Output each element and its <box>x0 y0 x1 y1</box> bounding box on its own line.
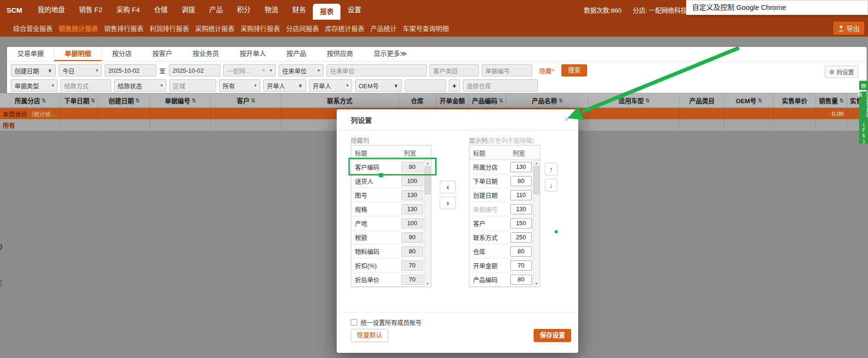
scroll-down-icon[interactable]: ▼ <box>535 281 538 287</box>
apply-all-members-checkbox[interactable]: 统一设置所有成员账号 <box>351 318 422 327</box>
filter-input-结款方式[interactable]: 结款方式 <box>60 79 111 91</box>
column-width-input[interactable]: 150 <box>510 218 532 229</box>
column-settings-button[interactable]: ⚙ 列设置 <box>825 66 858 78</box>
sub-tab-8[interactable]: 显示更多≫ <box>363 47 417 61</box>
scrollbar[interactable]: ▲ ▼ <box>424 160 431 287</box>
filter-input-选择仓库[interactable]: 选择仓库 <box>463 79 538 91</box>
column-header-9[interactable]: 产品名称⇅ <box>506 93 589 107</box>
nav-item-0[interactable]: 我的地盘 <box>30 0 72 20</box>
column-row-产地[interactable]: 产地100 <box>351 216 424 230</box>
sort-icon[interactable]: ⇅ <box>645 98 649 104</box>
column-width-input[interactable]: 80 <box>510 246 532 257</box>
move-down-button[interactable]: ↓ <box>545 179 558 191</box>
column-width-input[interactable]: 70 <box>510 260 532 271</box>
sub-tab-2[interactable]: 按分店 <box>102 47 142 61</box>
column-row-联系方式[interactable]: 联系方式250 <box>469 230 533 244</box>
column-header-1[interactable]: 下单日期⇅ <box>61 93 98 107</box>
column-header-5[interactable]: 联系方式 <box>281 93 399 107</box>
sub-tab-7[interactable]: 按供应商 <box>317 47 363 61</box>
sort-icon[interactable]: ⇅ <box>91 98 95 104</box>
sort-icon[interactable]: ⇅ <box>758 98 762 104</box>
scrollbar[interactable]: ▲ ▼ <box>533 160 540 287</box>
sort-icon[interactable]: ⇅ <box>135 98 139 104</box>
report-tab-3[interactable]: 利润排行报表 <box>150 23 189 33</box>
sub-tab-6[interactable]: 按产品 <box>276 47 317 61</box>
column-header-0[interactable]: 所属分店⇅ <box>0 93 61 107</box>
column-row-客户[interactable]: 客户150 <box>469 216 533 230</box>
column-row-图号[interactable]: 图号130 <box>351 188 424 202</box>
report-tab-4[interactable]: 采购统计报表 <box>195 23 234 33</box>
report-tab-5[interactable]: 采购排行报表 <box>241 23 280 33</box>
nav-item-1[interactable]: 销售 F2 <box>72 0 109 20</box>
filter-input-区域[interactable]: 区域 <box>169 79 216 91</box>
restore-defaults-button[interactable]: 恢复默认 <box>351 329 388 342</box>
column-row-创建日期[interactable]: 创建日期110 <box>469 188 533 202</box>
filter-select-单据类型[interactable]: 单据类型▾ <box>11 79 58 91</box>
column-row-客户编码[interactable]: 客户编码80 <box>351 160 424 174</box>
filter-select-今日[interactable]: 今日▾ <box>59 64 102 76</box>
nav-item-7[interactable]: 物流 <box>257 0 285 20</box>
save-settings-button[interactable]: 保存设置 <box>534 329 571 342</box>
column-header-4[interactable]: 客户⇅ <box>211 93 281 107</box>
sort-icon[interactable]: ⇅ <box>191 98 196 104</box>
column-header-6[interactable]: 仓库 <box>399 93 436 107</box>
nav-item-3[interactable]: 仓储 <box>147 0 174 20</box>
hide-filters-link[interactable]: 隐藏^ <box>539 66 554 75</box>
nav-item-4[interactable]: 调拨 <box>174 0 202 20</box>
sort-icon[interactable]: ⇅ <box>559 98 563 104</box>
filter-input-单据编号[interactable]: 单据编号 <box>482 64 532 76</box>
column-width-input[interactable]: 100 <box>401 176 423 186</box>
nav-item-10[interactable]: 设置 <box>340 0 368 20</box>
report-tab-0[interactable]: 综合营业报表 <box>13 23 53 33</box>
sub-tab-5[interactable]: 按开单人 <box>229 47 276 61</box>
search-button[interactable]: 搜索 <box>561 64 587 76</box>
nav-item-2[interactable]: 采购 F4 <box>109 0 147 20</box>
column-width-input[interactable]: 80 <box>510 176 532 186</box>
column-width-input[interactable]: 80 <box>401 246 423 257</box>
nav-item-9[interactable]: 报表 <box>313 4 340 20</box>
sort-icon[interactable]: ⇅ <box>839 98 844 104</box>
column-width-input[interactable]: 110 <box>510 190 532 200</box>
column-row-物料编码[interactable]: 物料编码80 <box>351 244 424 259</box>
scrollbar-thumb[interactable] <box>425 166 430 194</box>
column-row-下单日期[interactable]: 下单日期80 <box>469 174 533 188</box>
report-tab-6[interactable]: 分店间报表 <box>286 23 319 33</box>
scrollbar-thumb[interactable] <box>534 166 539 194</box>
column-header-3[interactable]: 单据编号⇅ <box>150 93 211 107</box>
filter-select-结款状态[interactable]: 结款状态▾ <box>114 79 166 91</box>
nav-item-6[interactable]: 积分 <box>230 0 257 20</box>
column-width-input[interactable]: 70 <box>401 274 423 285</box>
column-row-折后单价[interactable]: 折后单价70 <box>351 273 424 287</box>
report-tab-2[interactable]: 销售排行报表 <box>104 23 143 33</box>
filter-input-往来单位[interactable]: 往来单位 <box>326 64 427 76</box>
report-tab-8[interactable]: 产品统计 <box>370 23 397 33</box>
filter-select-开单人[interactable]: 开单人∨ <box>263 79 306 91</box>
column-row-仓库[interactable]: 仓库80 <box>469 244 533 259</box>
column-row-税额[interactable]: 税额90 <box>351 230 424 244</box>
column-row-单据编号[interactable]: 单据编号130 <box>469 202 533 216</box>
sub-tab-3[interactable]: 按客户 <box>142 47 182 61</box>
filter-input-客户类目[interactable]: 客户类目 <box>430 64 479 76</box>
column-width-input[interactable]: 70 <box>401 260 423 271</box>
column-header-10[interactable]: 适用车型⇅ <box>589 93 680 107</box>
move-to-visible-button[interactable]: ‹ <box>440 181 456 193</box>
column-width-input[interactable]: 250 <box>510 232 532 243</box>
close-icon[interactable]: × <box>564 115 569 124</box>
column-header-11[interactable]: 产品类目 <box>680 93 725 107</box>
move-to-hidden-button[interactable]: › <box>440 197 456 209</box>
column-width-input[interactable]: 80 <box>510 274 532 285</box>
column-header-12[interactable]: OEM号⇅ <box>725 93 774 107</box>
filter-select-OEM号[interactable]: OEM号∨ <box>355 79 402 91</box>
sub-tab-1[interactable]: 单据明细 <box>54 47 102 61</box>
sub-tab-4[interactable]: 按业务员 <box>182 47 229 61</box>
column-width-input[interactable]: 90 <box>401 232 423 243</box>
report-tab-9[interactable]: 车架号查询明细 <box>403 23 449 33</box>
move-up-button[interactable]: ↑ <box>545 163 558 175</box>
sort-icon[interactable]: ⇅ <box>41 98 45 104</box>
sort-icon[interactable]: ⇅ <box>251 98 255 104</box>
column-width-input[interactable]: 130 <box>510 204 532 214</box>
filter-select-2025-10-02[interactable]: 2025-10-02 <box>105 64 156 76</box>
filter-select-一配网...[interactable]: 一配网...×▾ <box>223 64 276 76</box>
column-header-2[interactable]: 创建日期⇅ <box>98 93 150 107</box>
filter-select-创建日期[interactable]: 创建日期∨ <box>11 64 56 76</box>
